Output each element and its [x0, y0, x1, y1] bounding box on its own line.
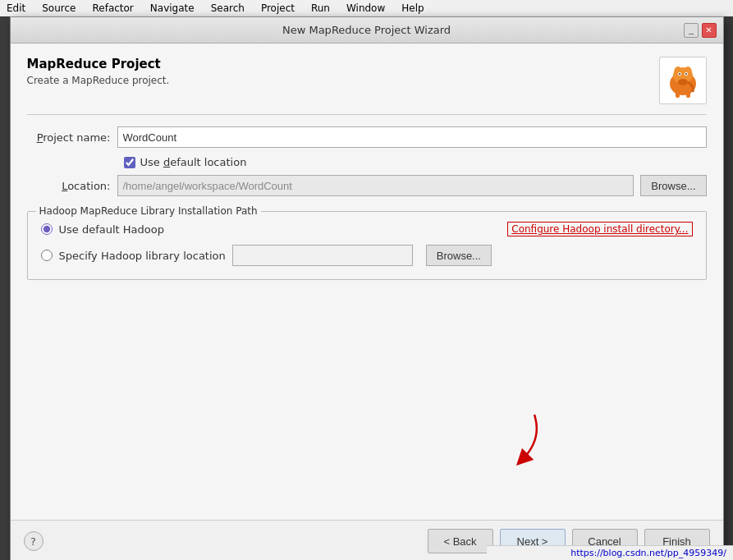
dialog-content: MapReduce Project Create a MapReduce pro…	[11, 44, 723, 520]
specify-hadoop-row: Specify Hadoop library location Browse..…	[41, 245, 693, 266]
menu-project[interactable]: Project	[258, 2, 298, 14]
menu-run[interactable]: Run	[308, 2, 333, 14]
menu-refactor[interactable]: Refactor	[89, 2, 136, 14]
menu-search[interactable]: Search	[208, 2, 248, 14]
menu-edit[interactable]: Edit	[3, 2, 29, 14]
header-divider	[27, 114, 707, 115]
dialog-title-bar: New MapReduce Project Wizard ⎯ ✕	[11, 17, 723, 44]
location-input[interactable]	[117, 175, 635, 196]
location-browse-button[interactable]: Browse...	[640, 175, 706, 196]
use-default-location-row: Use default location	[124, 156, 707, 168]
svg-point-2	[674, 67, 682, 78]
use-default-location-label[interactable]: Use default location	[140, 156, 247, 168]
svg-point-6	[679, 73, 680, 75]
dialog-header-text: MapReduce Project Create a MapReduce pro…	[27, 57, 170, 86]
use-default-hadoop-label[interactable]: Use default Hadoop	[59, 223, 207, 236]
help-button[interactable]: ?	[24, 531, 44, 551]
menu-window[interactable]: Window	[343, 2, 388, 14]
hadoop-group-box: Hadoop MapReduce Library Installation Pa…	[27, 211, 707, 280]
specify-hadoop-input[interactable]	[232, 245, 413, 266]
svg-point-7	[685, 73, 687, 75]
use-default-hadoop-row: Use default Hadoop Configure Hadoop inst…	[41, 222, 693, 236]
back-button[interactable]: < Back	[428, 529, 493, 553]
wizard-subtitle: Create a MapReduce project.	[27, 75, 170, 86]
menu-navigate[interactable]: Navigate	[147, 2, 198, 14]
hadoop-group-legend: Hadoop MapReduce Library Installation Pa…	[36, 205, 261, 217]
dialog-title: New MapReduce Project Wizard	[282, 24, 451, 36]
status-bar: https://blog.csdn.net/pp_4959349/	[487, 545, 733, 560]
specify-hadoop-label[interactable]: Specify Hadoop library location	[59, 250, 226, 262]
title-bar-controls: ⎯ ✕	[684, 23, 717, 38]
status-url: https://blog.csdn.net/pp_4959349/	[570, 548, 726, 558]
specify-hadoop-radio[interactable]	[41, 250, 53, 261]
menu-help[interactable]: Help	[398, 2, 427, 14]
close-button[interactable]: ✕	[702, 23, 717, 38]
configure-hadoop-link[interactable]: Configure Hadoop install directory...	[507, 222, 692, 236]
elephant-svg	[663, 61, 703, 100]
specify-hadoop-browse-button[interactable]: Browse...	[426, 245, 492, 266]
project-name-label: Project name:	[27, 131, 117, 144]
project-name-input[interactable]	[117, 126, 707, 148]
use-default-location-checkbox[interactable]	[124, 157, 135, 168]
dialog-header: MapReduce Project Create a MapReduce pro…	[27, 57, 707, 104]
menu-bar: Edit Source Refactor Navigate Search Pro…	[0, 0, 733, 16]
menu-source[interactable]: Source	[39, 2, 79, 14]
svg-point-8	[678, 79, 688, 85]
svg-rect-10	[686, 92, 690, 98]
location-label: Location:	[27, 180, 117, 192]
new-mapreduce-wizard-dialog: New MapReduce Project Wizard ⎯ ✕ MapRedu…	[10, 16, 724, 560]
project-name-row: Project name:	[27, 126, 707, 148]
wizard-title: MapReduce Project	[27, 57, 170, 71]
location-row: Location: Browse...	[27, 175, 707, 196]
svg-point-3	[684, 67, 692, 78]
use-default-hadoop-radio[interactable]	[41, 223, 53, 235]
hadoop-elephant-icon	[659, 57, 707, 104]
minimize-button[interactable]: ⎯	[684, 23, 699, 38]
svg-rect-9	[676, 92, 680, 98]
